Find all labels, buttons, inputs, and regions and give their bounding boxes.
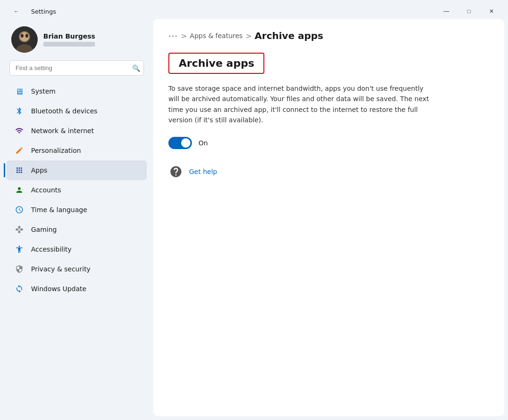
archive-toggle-row: On bbox=[168, 137, 489, 149]
avatar-image bbox=[11, 26, 38, 53]
sidebar-item-gaming[interactable]: Gaming bbox=[7, 220, 147, 239]
personalization-icon bbox=[14, 145, 24, 156]
minimize-button[interactable]: — bbox=[436, 4, 457, 18]
description-text: To save storage space and internet bandw… bbox=[168, 83, 432, 126]
privacy-icon bbox=[14, 264, 24, 274]
svg-point-4 bbox=[21, 34, 24, 38]
close-button[interactable]: ✕ bbox=[481, 4, 502, 18]
main-content: ··· > Apps & features > Archive apps Arc… bbox=[153, 19, 504, 416]
get-help-link[interactable]: Get help bbox=[189, 168, 217, 175]
breadcrumb-dots: ··· bbox=[168, 31, 178, 41]
sidebar-label-network: Network & internet bbox=[31, 127, 94, 135]
toggle-knob bbox=[181, 138, 190, 148]
svg-point-5 bbox=[25, 34, 28, 38]
sidebar-label-bluetooth: Bluetooth & devices bbox=[31, 107, 97, 115]
breadcrumb-sep2: > bbox=[246, 32, 252, 40]
time-icon bbox=[14, 205, 24, 215]
window-controls: — □ ✕ bbox=[436, 4, 502, 18]
apps-icon bbox=[14, 165, 24, 175]
gaming-icon bbox=[14, 224, 24, 235]
system-icon: 🖥 bbox=[14, 86, 24, 96]
sidebar-item-time[interactable]: Time & language bbox=[7, 200, 147, 220]
network-icon bbox=[14, 126, 24, 136]
sidebar-label-accounts: Accounts bbox=[31, 186, 61, 194]
sidebar-nav: 🖥 System Bluetooth & devices Network & i… bbox=[4, 81, 150, 299]
sidebar-label-accessibility: Accessibility bbox=[31, 246, 71, 253]
sidebar-item-accessibility[interactable]: Accessibility bbox=[7, 239, 147, 259]
help-icon bbox=[168, 164, 183, 179]
sidebar-label-system: System bbox=[31, 87, 56, 95]
breadcrumb-sep1: > bbox=[181, 32, 187, 40]
avatar bbox=[11, 26, 38, 53]
get-help-row: Get help bbox=[168, 164, 489, 179]
sidebar-item-bluetooth[interactable]: Bluetooth & devices bbox=[7, 101, 147, 121]
profile-subtitle bbox=[43, 42, 95, 47]
app-container: Brian Burgess 🔍 🖥 System Bluetooth & dev… bbox=[0, 19, 508, 420]
sidebar-label-gaming: Gaming bbox=[31, 226, 57, 233]
section-title-box: Archive apps bbox=[168, 53, 264, 74]
sidebar-item-apps[interactable]: Apps bbox=[7, 160, 147, 180]
sidebar-label-personalization: Personalization bbox=[31, 147, 81, 154]
sidebar: Brian Burgess 🔍 🖥 System Bluetooth & dev… bbox=[4, 19, 150, 416]
profile-info: Brian Burgess bbox=[43, 32, 95, 47]
sidebar-label-apps: Apps bbox=[31, 166, 48, 174]
breadcrumb-apps-features[interactable]: Apps & features bbox=[190, 32, 243, 40]
section-title: Archive apps bbox=[179, 57, 254, 69]
search-box: 🔍 bbox=[9, 60, 144, 76]
update-icon bbox=[14, 284, 24, 294]
sidebar-item-network[interactable]: Network & internet bbox=[7, 121, 147, 141]
profile-name: Brian Burgess bbox=[43, 32, 95, 40]
accessibility-icon bbox=[14, 244, 24, 254]
breadcrumb: ··· > Apps & features > Archive apps bbox=[168, 30, 489, 41]
sidebar-item-personalization[interactable]: Personalization bbox=[7, 141, 147, 160]
titlebar: ← Settings — □ ✕ bbox=[0, 0, 508, 19]
sidebar-label-update: Windows Update bbox=[31, 285, 87, 293]
sidebar-label-time: Time & language bbox=[31, 206, 87, 214]
back-button[interactable]: ← bbox=[6, 4, 27, 18]
toggle-label: On bbox=[198, 139, 208, 147]
profile-section: Brian Burgess bbox=[4, 23, 150, 60]
sidebar-item-accounts[interactable]: Accounts bbox=[7, 180, 147, 200]
archive-toggle[interactable] bbox=[168, 137, 192, 149]
app-title: Settings bbox=[31, 8, 56, 15]
search-input[interactable] bbox=[9, 60, 144, 76]
sidebar-label-privacy: Privacy & security bbox=[31, 265, 90, 273]
maximize-button[interactable]: □ bbox=[458, 4, 480, 18]
sidebar-item-system[interactable]: 🖥 System bbox=[7, 81, 147, 101]
sidebar-item-update[interactable]: Windows Update bbox=[7, 279, 147, 299]
bluetooth-icon bbox=[14, 106, 24, 116]
sidebar-item-privacy[interactable]: Privacy & security bbox=[7, 259, 147, 279]
search-icon[interactable]: 🔍 bbox=[132, 64, 140, 72]
accounts-icon bbox=[14, 185, 24, 195]
titlebar-left: ← Settings bbox=[6, 4, 56, 18]
breadcrumb-current: Archive apps bbox=[254, 30, 323, 41]
